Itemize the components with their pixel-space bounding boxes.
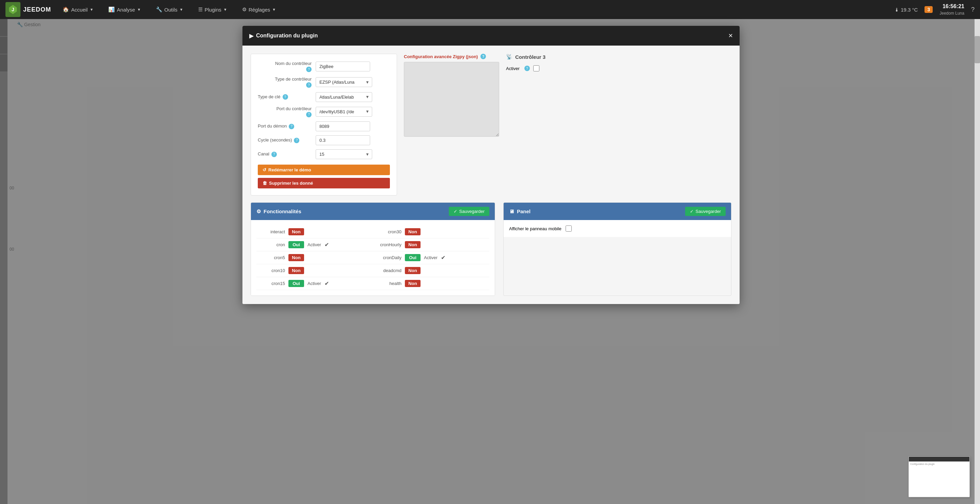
features-right-col: cron30 Non cronHourly Non (373, 225, 489, 290)
sidebar-item-2[interactable] (0, 37, 8, 54)
feature-cron15: cron15 Oui Activer ✔ (256, 277, 373, 290)
type-controleur-select-wrapper: EZSP (Atlas/Luna ▼ (316, 77, 372, 87)
svg-text:J: J (11, 7, 14, 12)
cycle-input[interactable] (316, 135, 370, 145)
canal-group: Canal ? 15 ▼ (258, 149, 390, 159)
feature-cron10: cron10 Non (256, 264, 373, 277)
nav-accueil[interactable]: 🏠 Accueil ▼ (59, 4, 97, 15)
nav-analyse[interactable]: 📊 Analyse ▼ (105, 4, 144, 15)
scrollbar-thumb[interactable] (975, 36, 980, 63)
controller3-activer-label: Activer (506, 66, 520, 71)
analyse-icon: 📊 (108, 6, 115, 13)
chevron-icon: ▼ (180, 8, 183, 11)
type-controleur-select[interactable]: EZSP (Atlas/Luna (316, 77, 372, 87)
port-controleur-select[interactable]: /dev/ttyUSB1 (/de (316, 107, 372, 117)
feature-cron5-badge: Non (288, 254, 304, 261)
modal-close-button[interactable]: × (729, 31, 733, 40)
controller1-section: Nom du contrôleur ? Type de contrôleur ? (251, 54, 397, 195)
chevron-icon: ▼ (137, 8, 141, 11)
nav-reglages[interactable]: ⚙ Réglages ▼ (239, 4, 279, 15)
advanced-config-section: Configuration avancée Zigpy (json) ? (404, 54, 499, 138)
controller3-section: 📡 Contrôleur 3 Activer ? (506, 54, 732, 71)
fonctionnalites-title: ⚙ Fonctionnalités (256, 208, 301, 215)
configuration-modal: ▶ Configuration du plugin × Nom du contr… (242, 26, 740, 304)
controller3-title: Contrôleur 3 (515, 54, 546, 60)
feature-cron30-badge: Non (405, 228, 420, 235)
restart-demon-button[interactable]: ↺ Redémarrer le démo (258, 165, 390, 175)
controller3-activer-help-icon[interactable]: ? (524, 66, 530, 71)
bottom-sections: ⚙ Fonctionnalités ✓ Sauvegarder (251, 202, 732, 296)
delete-data-button[interactable]: 🗑 Supprimer les donné (258, 178, 390, 189)
modal-title-text: Configuration du plugin (256, 33, 318, 39)
nom-help-icon[interactable]: ? (306, 67, 312, 72)
gear-icon-card: ⚙ (256, 208, 261, 215)
page-background: 00 00 🔧 Gestion ▶ Configuration du plugi… (0, 19, 980, 504)
fonctionnalites-card: ⚙ Fonctionnalités ✓ Sauvegarder (251, 202, 495, 296)
left-sidebar (0, 19, 8, 504)
advanced-config-help-icon[interactable]: ? (480, 54, 486, 59)
canal-help-icon[interactable]: ? (271, 152, 277, 157)
brand-text: JEEDOM (23, 6, 51, 13)
feature-crondaily-badge: Oui (405, 254, 420, 261)
feature-cron5-name: cron5 (258, 255, 285, 260)
cycle-label: Cycle (secondes) ? (258, 137, 316, 143)
panel-save-button[interactable]: ✓ Sauvegarder (685, 207, 725, 216)
nav-plugins[interactable]: ☰ Plugins ▼ (195, 4, 231, 15)
modal-header: ▶ Configuration du plugin × (242, 26, 740, 46)
feature-deadcmd-name: deadcmd (374, 268, 401, 273)
type-cle-select[interactable]: Atlas/Luna/Elelab (316, 92, 372, 102)
cycle-group: Cycle (secondes) ? (258, 135, 390, 145)
nav-outils[interactable]: 🔧 Outils ▼ (153, 4, 186, 15)
outils-icon: 🔧 (156, 6, 162, 13)
feature-crondaily-activer: Activer (424, 255, 438, 260)
canal-select[interactable]: 15 (316, 149, 372, 159)
feature-crondaily: cronDaily Oui Activer ✔ (373, 251, 489, 264)
controller3-activate-row: Activer ? (506, 65, 732, 71)
type-controleur-help-icon[interactable]: ? (306, 82, 312, 88)
sidebar-item-3[interactable] (0, 54, 8, 71)
home-icon: 🏠 (63, 6, 69, 13)
modal-title: ▶ Configuration du plugin (249, 33, 318, 39)
feature-cron10-name: cron10 (258, 268, 285, 273)
panel-header: 🖥 Panel ✓ Sauvegarder (504, 203, 731, 220)
feature-cron-activer: Activer (307, 242, 321, 247)
fonctionnalites-save-button[interactable]: ✓ Sauvegarder (449, 207, 489, 216)
port-controleur-group: Port du contrôleur ? /dev/ttyUSB1 (/de ▼ (258, 106, 390, 118)
canal-select-wrapper: 15 ▼ (316, 149, 372, 159)
feature-cronhourly-name: cronHourly (374, 242, 401, 247)
chevron-icon: ▼ (89, 8, 93, 11)
panel-title: 🖥 Panel (509, 208, 531, 214)
port-demon-help-icon[interactable]: ? (289, 124, 294, 129)
sidebar-item-1[interactable] (0, 19, 8, 36)
nom-input[interactable] (316, 62, 370, 71)
type-cle-help-icon[interactable]: ? (283, 94, 288, 100)
controller3-activer-checkbox[interactable] (533, 65, 539, 71)
notification-badge[interactable]: 3 (924, 6, 933, 13)
port-controleur-label: Port du contrôleur ? (258, 106, 316, 118)
panel-mobile-checkbox[interactable] (566, 225, 572, 231)
panel-card: 🖥 Panel ✓ Sauvegarder Afficher le pannea… (503, 202, 732, 296)
port-demon-label: Port du démon ? (258, 124, 316, 129)
help-icon[interactable]: ? (971, 6, 975, 13)
temperature-value: 19.3 °C (900, 7, 918, 13)
feature-cron15-activer: Activer (307, 281, 321, 286)
port-demon-input[interactable] (316, 121, 370, 131)
feature-interact-badge: Non (288, 228, 304, 235)
type-controleur-group: Type de contrôleur ? EZSP (Atlas/Luna ▼ (258, 76, 390, 88)
feature-cron15-badge: Oui (288, 280, 304, 287)
scrollbar[interactable] (975, 19, 980, 504)
feature-cron30-name: cron30 (374, 229, 401, 234)
port-controleur-help-icon[interactable]: ? (306, 112, 312, 117)
feature-health-badge: Non (405, 280, 420, 287)
feature-cron: cron Oui Activer ✔ (256, 238, 373, 251)
modal-title-arrow: ▶ (249, 33, 253, 39)
fonctionnalites-body: interact Non cron Oui Activer ✔ (251, 220, 495, 296)
controller3-header: 📡 Contrôleur 3 (506, 54, 732, 60)
chevron-icon: ▼ (223, 8, 227, 11)
advanced-config-textarea[interactable] (404, 62, 499, 137)
navbar-right: 🌡 19.3 °C 3 16:56:21 Jeedom Luna ? (894, 3, 975, 16)
cycle-help-icon[interactable]: ? (294, 138, 299, 143)
feature-cron15-name: cron15 (258, 281, 285, 286)
nom-label: Nom du contrôleur ? (258, 61, 316, 73)
canal-label: Canal ? (258, 151, 316, 157)
